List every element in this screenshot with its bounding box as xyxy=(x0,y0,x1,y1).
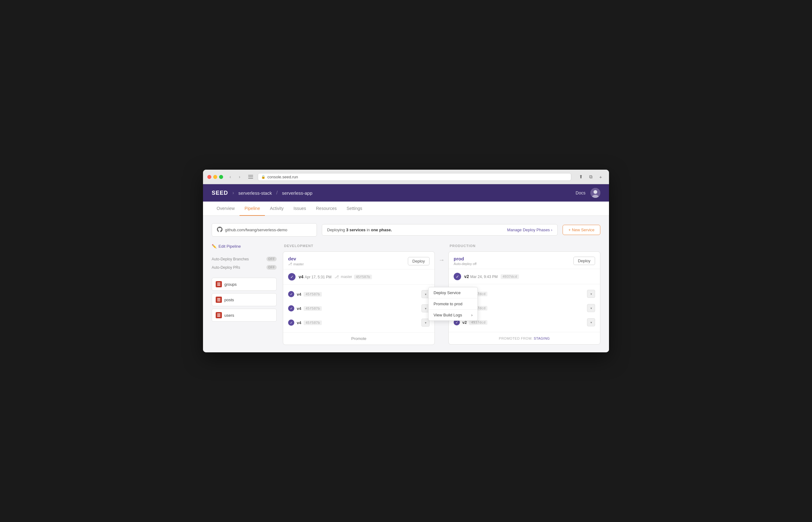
dev-service-3-commit: 45f507b xyxy=(304,320,321,325)
prod-build-check-icon: ✓ xyxy=(454,273,461,280)
production-header: PRODUCTION xyxy=(449,244,600,248)
prod-build-summary: ✓ v2 Mar 24, 9:43 PM 4937dcd xyxy=(449,269,600,284)
dev-build-version: v4 xyxy=(299,274,304,279)
org-link[interactable]: serverless-stack xyxy=(238,190,272,196)
sidebar-item-users[interactable]: users xyxy=(212,309,277,322)
add-tab-button[interactable]: + xyxy=(597,173,605,181)
tab-activity[interactable]: Activity xyxy=(265,202,288,216)
docs-link[interactable]: Docs xyxy=(576,190,585,195)
lock-icon: 🔒 xyxy=(261,175,266,179)
promote-link[interactable]: Promote xyxy=(351,336,367,341)
sidebar-toggle-button[interactable] xyxy=(247,173,255,181)
minimize-button[interactable] xyxy=(213,175,217,179)
avatar[interactable] xyxy=(590,188,600,198)
svg-rect-11 xyxy=(217,301,220,301)
svg-rect-0 xyxy=(248,175,253,176)
prod-service-2-dropdown-toggle[interactable]: ▾ xyxy=(587,304,595,312)
prod-build-commit: 4937dcd xyxy=(501,274,519,279)
prod-env-name[interactable]: prod xyxy=(454,256,477,261)
browser-toolbar: ‹ › 🔒 console.seed.run ⬆ ⧉ + xyxy=(203,170,609,184)
prod-service-1-dropdown-toggle[interactable]: ▾ xyxy=(587,290,595,298)
github-link[interactable]: github.com/fwang/serverless-demo xyxy=(212,223,317,237)
sidebar-item-groups[interactable]: groups xyxy=(212,278,277,291)
prod-service-3-dropdown-toggle[interactable]: ▾ xyxy=(587,318,595,326)
service-list: groups posts xyxy=(212,278,277,322)
dev-service-1-check-icon: ✓ xyxy=(288,291,294,297)
tab-issues[interactable]: Issues xyxy=(289,202,311,216)
address-bar[interactable]: 🔒 console.seed.run xyxy=(258,173,571,181)
dev-build-date: Apr 17, 5:31 PM xyxy=(305,275,331,279)
users-service-icon xyxy=(216,312,222,318)
development-stage: DEVELOPMENT dev ⎇ master D xyxy=(283,244,435,345)
manage-phases-link[interactable]: Manage Deploy Phases › xyxy=(507,227,553,232)
dev-branch: ⎇ master xyxy=(288,262,304,266)
close-button[interactable] xyxy=(207,175,211,179)
auto-deploy-prs-setting: Auto-Deploy PRs OFF xyxy=(212,263,277,272)
new-service-button[interactable]: + New Service xyxy=(563,225,600,235)
prod-env-info: prod Auto-deploy off xyxy=(454,256,477,266)
app-link[interactable]: serverless-app xyxy=(282,190,312,196)
new-tab-button[interactable]: ⧉ xyxy=(587,173,595,181)
dev-build-check-icon: ✓ xyxy=(288,273,295,281)
auto-deploy-branches-setting: Auto-Deploy Branches OFF xyxy=(212,255,277,263)
dev-deploy-button[interactable]: Deploy xyxy=(408,257,430,265)
groups-service-icon xyxy=(216,281,222,287)
dev-branch-name: master xyxy=(293,262,304,266)
dev-service-row-3-left: ✓ v4 45f507b xyxy=(288,320,322,326)
tab-settings[interactable]: Settings xyxy=(341,202,367,216)
share-button[interactable]: ⬆ xyxy=(577,173,585,181)
dev-service-row-1-left: ✓ v4 45f507b xyxy=(288,291,322,297)
nav-separator-2: / xyxy=(276,190,277,196)
deploy-info: Deploying 3 services in one phase. Manag… xyxy=(322,224,558,236)
dev-service-row-3: ✓ v4 45f507b ▾ xyxy=(283,316,435,330)
prod-build-version: v2 xyxy=(464,274,469,279)
github-icon xyxy=(217,227,223,233)
pipeline-layout: ✏️ Edit Pipeline Auto-Deploy Branches OF… xyxy=(212,244,600,345)
svg-point-4 xyxy=(594,190,597,194)
tab-overview[interactable]: Overview xyxy=(212,202,240,216)
sidebar-item-posts[interactable]: posts xyxy=(212,293,277,306)
prod-deploy-button[interactable]: Deploy xyxy=(574,257,595,265)
browser-window: ‹ › 🔒 console.seed.run ⬆ ⧉ + SEED › xyxy=(203,170,609,352)
dev-service-3-check-icon: ✓ xyxy=(288,320,294,326)
dev-service-row-2-left: ✓ v4 45f507b xyxy=(288,305,322,312)
deploy-service-label: Deploy Service xyxy=(434,290,460,295)
seed-logo[interactable]: SEED xyxy=(212,190,228,196)
dev-build-branch: master xyxy=(341,275,352,279)
dev-build-summary: ✓ v4 Apr 17, 5:31 PM ⎇ master 45f507b xyxy=(283,269,435,284)
auto-deploy-prs-toggle[interactable]: OFF xyxy=(267,265,277,270)
back-button[interactable]: ‹ xyxy=(226,173,234,181)
github-url: github.com/fwang/serverless-demo xyxy=(225,227,288,232)
edit-pipeline-button[interactable]: ✏️ Edit Pipeline xyxy=(212,244,241,248)
prod-stage-footer: PROMOTED FROM: staging xyxy=(449,332,600,344)
svg-rect-12 xyxy=(217,314,220,314)
svg-rect-14 xyxy=(217,316,220,317)
svg-rect-6 xyxy=(217,283,220,283)
dev-service-row-1: ✓ v4 45f507b ▾ Deploy Service xyxy=(283,287,435,301)
url-text: console.seed.run xyxy=(267,175,298,179)
auto-deploy-branches-toggle[interactable]: OFF xyxy=(267,257,277,261)
promote-to-prod-label: Promote to prod xyxy=(434,302,462,306)
dev-build-commit: 45f507b xyxy=(354,275,372,279)
dev-env-name[interactable]: dev xyxy=(288,256,304,261)
development-card: dev ⎇ master Deploy ✓ xyxy=(283,252,435,345)
maximize-button[interactable] xyxy=(219,175,223,179)
dev-build-commit-info: ⎇ master 45f507b xyxy=(334,275,372,279)
browser-nav: ‹ › xyxy=(226,173,244,181)
tab-resources[interactable]: Resources xyxy=(311,202,341,216)
dev-card-header: dev ⎇ master Deploy xyxy=(283,252,435,269)
dropdown-deploy-service[interactable]: Deploy Service xyxy=(429,287,478,299)
branch-icon: ⎇ xyxy=(288,262,292,266)
prod-build-info: v2 Mar 24, 9:43 PM xyxy=(464,274,498,279)
main-content: github.com/fwang/serverless-demo Deployi… xyxy=(203,216,609,352)
tab-pipeline[interactable]: Pipeline xyxy=(240,202,265,216)
dev-env-info: dev ⎇ master xyxy=(288,256,304,266)
svg-rect-9 xyxy=(217,298,220,299)
dropdown-promote-to-prod[interactable]: Promote to prod xyxy=(429,299,478,309)
dropdown-view-build-logs[interactable]: View Build Logs › xyxy=(429,309,478,320)
prod-auto-deploy: Auto-deploy off xyxy=(454,262,477,266)
forward-button[interactable]: › xyxy=(235,173,244,181)
dev-stage-footer: Promote xyxy=(283,332,435,345)
dev-service-row-2: ✓ v4 45f507b ▾ xyxy=(283,301,435,316)
posts-service-label: posts xyxy=(224,298,234,302)
